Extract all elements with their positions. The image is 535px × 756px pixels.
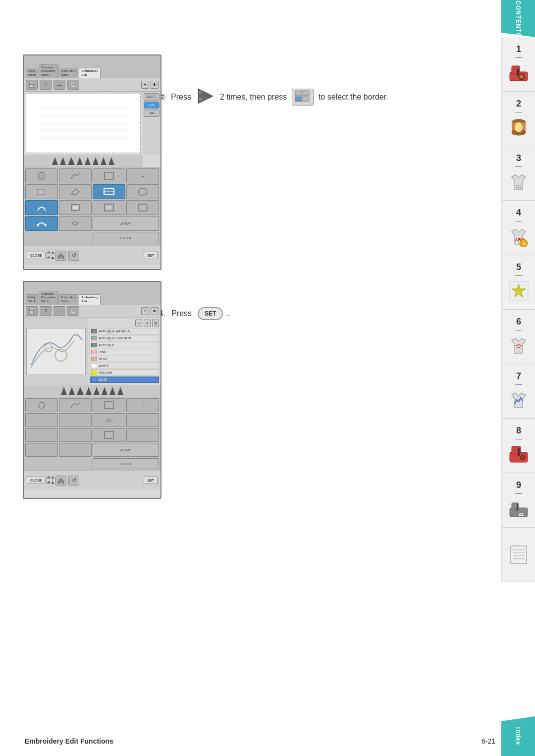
pattern-bot-r2c4[interactable] — [126, 413, 159, 427]
svg-rect-2 — [199, 98, 202, 101]
sidebar-tab-9[interactable]: 9 — 21 — [501, 473, 535, 528]
pattern-btn-r3c3[interactable] — [93, 200, 125, 215]
tab-5-icon — [508, 280, 530, 302]
sidebar-tab-notepad[interactable] — [501, 528, 535, 582]
pattern-bot-r2c1[interactable] — [25, 413, 58, 427]
color-item-applique-position[interactable]: APPLIQUE POSITION — [90, 335, 159, 341]
dash-icon-bot[interactable]: — — [54, 306, 65, 316]
sidebar-tab-3[interactable]: 3 — — [501, 146, 535, 201]
color-item-blue[interactable]: BLUE — [90, 377, 159, 383]
pattern-btn-r2c2[interactable] — [59, 184, 92, 199]
sidebar-tab-2[interactable]: 2 — — [501, 92, 535, 146]
pattern-btn-r1c1[interactable] — [25, 168, 58, 183]
check-btn-bot[interactable]: CHECK — [93, 458, 159, 469]
tab-9-num: 9 — [516, 481, 521, 489]
ctrl-eye-top[interactable]: 👁 — [151, 81, 159, 89]
home-icon-bot[interactable] — [55, 476, 66, 486]
pattern-bot-r2c2[interactable] — [59, 413, 92, 427]
svg-rect-37 — [73, 206, 78, 209]
pattern-btn-r3c1[interactable] — [25, 200, 58, 215]
pattern-btn-r3c2[interactable] — [59, 200, 92, 215]
tab-character-bot[interactable]: CharacterDecorativeStitch — [39, 291, 58, 305]
pattern-btn-r4c2[interactable] — [59, 216, 92, 231]
pattern-btn-r2c1[interactable] — [25, 184, 58, 199]
ctrl-three-colorlist[interactable]: ⊙ — [152, 320, 159, 326]
close-btn-top[interactable]: CLOSE — [27, 252, 46, 259]
sidebar-tab-index[interactable]: Index — [501, 716, 535, 756]
pattern-bot-r2c3[interactable]: △|▽ — [93, 413, 125, 427]
ctrl-eye-colorlist[interactable]: + — [144, 320, 151, 326]
dash-icon-top[interactable]: — — [54, 80, 65, 90]
color-item-applique[interactable]: APPLIQUE — [90, 342, 159, 348]
array-btn[interactable]: ARRAY — [93, 216, 159, 231]
save-icon-top[interactable] — [26, 80, 38, 90]
save-icon-bot[interactable] — [26, 306, 38, 316]
tab-character[interactable]: CharacterDecorativeStitch — [39, 64, 58, 78]
svg-marker-52 — [69, 387, 75, 395]
delete-btn-top[interactable]: DELET... — [144, 93, 160, 101]
pattern-bot-r1c3[interactable] — [93, 398, 125, 412]
sidebar-tab-4[interactable]: 4 — ABC ★ — [501, 201, 535, 255]
color-item-yellow[interactable]: YELLOW — [90, 370, 159, 376]
sidebar-tab-6[interactable]: 6 — — [501, 310, 535, 364]
set-button-icon[interactable]: SET — [198, 307, 223, 320]
set-btn-bot[interactable]: SET — [144, 477, 158, 484]
svg-marker-21 — [52, 157, 58, 165]
pattern-bot-r3c2[interactable] — [59, 428, 92, 442]
sidebar-tab-contents[interactable]: CONTENTS — [501, 0, 535, 37]
color-item-applique-material[interactable]: APPLIQUE MATERIAL — [90, 328, 159, 334]
pattern-btn-r3c4[interactable] — [126, 200, 159, 215]
pattern-bot-r1c1[interactable] — [25, 398, 58, 412]
set-btn-top[interactable]: SET — [144, 252, 158, 259]
pattern-bot-r3c3[interactable] — [93, 428, 125, 442]
tab-utility[interactable]: UtilityStitch — [26, 68, 38, 78]
ctrl-plus-bot[interactable]: + — [141, 307, 149, 315]
pattern-bot-r3c4[interactable] — [126, 428, 159, 442]
pattern-bot-r1c4[interactable]: → — [126, 398, 159, 412]
doc-icon-top[interactable] — [67, 80, 79, 90]
pattern-bot-r4c1[interactable] — [25, 443, 58, 457]
svg-point-76 — [520, 187, 522, 189]
ctrl-plus-top[interactable]: + — [141, 81, 149, 89]
size-btn-top[interactable]: 2|Δ — [144, 109, 160, 117]
pattern-bot-r3c1[interactable] — [25, 428, 58, 442]
svg-rect-32 — [37, 190, 44, 195]
question-icon-bot[interactable]: ? — [40, 306, 52, 316]
tab-6-num: 6 — [516, 317, 521, 326]
pattern-btn-r1c4[interactable]: → — [126, 168, 159, 183]
pattern-bot-r1c2[interactable] — [59, 398, 92, 412]
tab-utility-bot[interactable]: UtilityStitch — [26, 294, 38, 305]
close-btn-bot[interactable]: CLOSE — [27, 477, 46, 484]
tab-embroidery-edit[interactable]: EmbroideryEdit — [79, 68, 100, 78]
color-item-white[interactable]: WHITE — [90, 363, 159, 369]
array-btn-bot[interactable]: ARRAY — [93, 443, 159, 457]
ctrl-plus-colorlist[interactable]: − — [135, 320, 142, 326]
color-item-beige[interactable]: BEIGE — [90, 356, 159, 362]
color-item-pink[interactable]: PINK — [90, 349, 159, 355]
sidebar-tab-1[interactable]: 1 — — [501, 37, 535, 92]
home-icon-top[interactable] — [55, 251, 66, 261]
sidebar-tab-7[interactable]: 7 — — [501, 364, 535, 419]
rotate-icon-bot[interactable]: ↺ — [68, 476, 79, 486]
ctrl-eye-bot[interactable]: 👁 — [151, 307, 159, 315]
pattern-btn-r2c4[interactable] — [126, 184, 159, 199]
question-icon-top[interactable]: ? — [40, 80, 52, 90]
tab-embroidery-edit-bot[interactable]: EmbroideryEdit — [79, 294, 100, 305]
svg-text:★: ★ — [523, 242, 526, 245]
lm-btn-top[interactable]: L M ▸ — [144, 102, 160, 109]
pattern-btn-r1c3[interactable] — [93, 168, 125, 183]
sidebar-tab-8[interactable]: 8 — — [501, 419, 535, 473]
doc-icon-bot[interactable] — [67, 306, 79, 316]
pattern-btn-r2c3[interactable] — [93, 184, 125, 199]
rotate-icon-top[interactable]: ↺ — [68, 251, 79, 261]
sidebar-tab-5[interactable]: 5 — — [501, 255, 535, 310]
pattern-btn-r4c1[interactable] — [25, 216, 58, 231]
check-btn[interactable]: CHECK — [93, 232, 159, 244]
tab-5-dash: — — [516, 271, 522, 279]
svg-point-74 — [516, 187, 518, 189]
pattern-btn-r1c2[interactable] — [59, 168, 92, 183]
tab-embroidery[interactable]: EmbroideryStitch — [58, 68, 79, 78]
bottom-screen: UtilityStitch CharacterDecorativeStitch … — [23, 281, 161, 499]
tab-embroidery-bot[interactable]: EmbroideryStitch — [58, 294, 79, 305]
pattern-bot-r4c2[interactable] — [59, 443, 92, 457]
